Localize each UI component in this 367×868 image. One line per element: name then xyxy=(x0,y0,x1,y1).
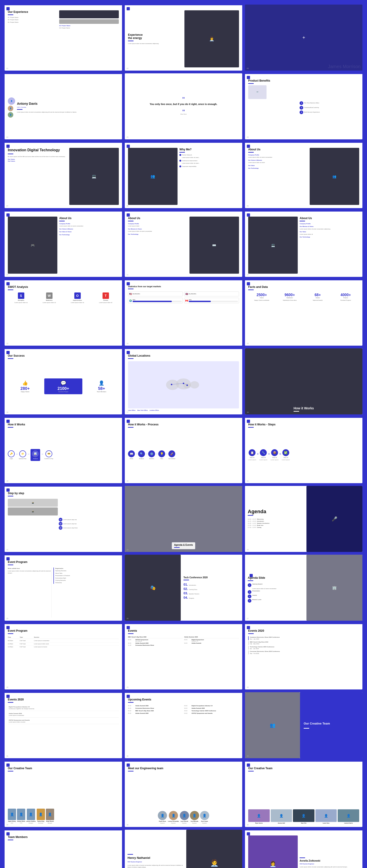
slide23-number: 23 xyxy=(126,549,129,551)
slide32-number: 32 xyxy=(126,755,129,757)
slide38-photo: 🧑‍💼 xyxy=(186,830,242,868)
slide20-title: How it Works - Process xyxy=(128,423,239,426)
slide26-title: Tech Conference 2020 xyxy=(184,576,239,579)
slide29-number: 29 xyxy=(126,686,129,688)
slide1-title: Our Experience xyxy=(8,10,57,13)
slide-36: Our Creative Team 👤 Ryan Garcia 👤 Jessic… xyxy=(245,761,362,827)
slide31-title: Events 2020 xyxy=(8,698,119,701)
slide7-photo: 💻 xyxy=(69,148,119,205)
slide39-role: CEO System Engineer xyxy=(300,863,359,865)
slide28-title: Event Program xyxy=(8,629,119,632)
slide1-photo1 xyxy=(59,10,119,18)
svg-point-3 xyxy=(190,381,199,389)
slide5-author: Mae West xyxy=(150,113,218,115)
slide30-title: Events 2020 xyxy=(248,629,359,632)
slide1-photo2 xyxy=(59,19,119,24)
slide26-photo: 🎭 xyxy=(125,555,181,621)
slide-3: ✦ James Morrison 03 xyxy=(245,5,362,71)
slide14-number: 14 xyxy=(126,343,129,344)
slide20-number: 20 xyxy=(126,480,129,482)
slide-icon-2 xyxy=(126,7,130,10)
slide12-number: 12 xyxy=(247,274,249,276)
slide34-number: 34 xyxy=(6,824,8,826)
slide-19: How it Works 🔑 Login → 📁 Upload Files → … xyxy=(5,417,122,483)
slide33-title: Our Creative Team xyxy=(304,722,359,726)
slide-38: Henry Nathaniel CEO System Engineer Lore… xyxy=(125,830,242,868)
slide-34: Our Creative Team 👤 Agata Volney CEO 👤 A… xyxy=(5,761,122,827)
slide-7: Innovation Digital Technology By lorem i… xyxy=(5,142,122,208)
slide-22: Step by step 📸 📸 01 Lorem ipsum step one… xyxy=(5,486,122,552)
svg-point-6 xyxy=(187,384,188,386)
slide13-title: SWOT Analysis xyxy=(8,285,119,288)
slide-2: Experiencethe energy Lorem ipsum dolor s… xyxy=(125,5,242,71)
slide-31: Events 2020 Digital Occupations Industry… xyxy=(5,692,122,758)
slide17-map xyxy=(128,361,239,408)
slide-30: Events 2020 Campione Electronics Show 20… xyxy=(245,623,362,689)
slide22-title: Step by step xyxy=(8,492,119,495)
slide-11: About Us Company Profile Lorem ipsum dol… xyxy=(125,211,242,277)
slide2-photo: 👩‍💼 xyxy=(185,10,239,67)
slide5-number: 05 xyxy=(126,136,129,138)
slide19-number: 19 xyxy=(6,480,8,482)
slide27-photo: 🏢 xyxy=(306,555,362,621)
slide-35: Meet our Engineering team 👤 Paulo Alves … xyxy=(125,761,242,827)
slide4-number: 04 xyxy=(6,136,8,138)
slide16-number: 16 xyxy=(6,411,8,413)
slide36-number: 36 xyxy=(247,824,249,826)
slide38-name: Henry Nathaniel xyxy=(128,856,184,860)
slide21-title: How it Works - Steps xyxy=(248,423,359,426)
slide24-title: Agenda xyxy=(248,509,304,514)
slide-16: Our Success 👍 280+ Happy Clients 💬 2100+… xyxy=(5,348,122,414)
slide-5: " You only live once, but if you do it r… xyxy=(125,73,242,140)
slide-8: 👥 Why Me? Partner Network Lorem ipsum do… xyxy=(125,142,242,208)
slide-12: 💻 About Us Company Profile Our Mission &… xyxy=(245,211,362,277)
slide2-title: Experiencethe energy xyxy=(128,33,182,40)
slide-13: SWOT Analysis S Strengths Lorem ipsum do… xyxy=(5,280,122,346)
slide4-role: CEO / Founder xyxy=(17,106,119,108)
slide-33: 👥 Our Creative Team 33 xyxy=(245,692,362,758)
slide9-number: 09 xyxy=(247,205,249,207)
slide35-number: 35 xyxy=(126,824,129,826)
slide-17: Global Locations Lima Office New York Of… xyxy=(125,348,242,414)
slide9-title: About Us xyxy=(248,148,308,151)
slide13-number: 13 xyxy=(6,343,8,344)
slide-26: 🎭 Tech Conference 2020 01. Introduction … xyxy=(125,555,242,621)
slide37-title: Team Members xyxy=(8,835,119,839)
slide19-title: How it Works xyxy=(8,423,119,426)
slide-20: How it Works - Process 📖 Read → 🔍 Analyz… xyxy=(125,417,242,483)
slide8-number: 08 xyxy=(126,205,129,207)
slide-14: Statistics from our target markets 🇺🇸 $2… xyxy=(125,280,242,346)
slide27-title: Agenda Slide xyxy=(248,576,304,580)
slide3-number: 03 xyxy=(247,68,249,69)
slide-27: Agenda Slide 1 Opening Speech Lorem ipsu… xyxy=(245,555,362,621)
slide-10: 🎮 About Us Company Profile Lorem ipsum d… xyxy=(5,211,122,277)
slide8-photo: 👥 xyxy=(128,148,177,205)
slide4-name: Antony Davis xyxy=(17,102,119,105)
slide-39: 👩‍💼 Annella Ziolkowski CEO System Engine… xyxy=(245,830,362,868)
slide-23: Agenda & Events 23 xyxy=(125,486,242,552)
slide1-number: 01 xyxy=(6,68,8,69)
slide11-number: 11 xyxy=(126,274,129,276)
slide6-number: 06 xyxy=(247,136,249,138)
slide6-title: Product Benefits xyxy=(248,79,298,82)
slide8-title: Why Me? xyxy=(179,148,239,151)
slide33-number: 33 xyxy=(247,755,249,757)
slide38-role: CEO System Engineer xyxy=(128,861,184,863)
slide-15: Facts and Data 2500+ Clients 9600+ Satis… xyxy=(245,280,362,346)
slide24-number: 24 xyxy=(247,549,249,551)
slide7-title: Innovation Digital Technology xyxy=(8,148,67,152)
slide-37: Team Members 👤 Sophie King Manager 👤 Nao… xyxy=(5,830,122,868)
slide15-title: Facts and Data xyxy=(248,285,359,288)
slide22-number: 22 xyxy=(6,549,8,551)
slide-9: About Us Company Profile Lorem ipsum dol… xyxy=(245,142,362,208)
slide4-avatar2: 👤 xyxy=(8,106,13,111)
slide15-number: 15 xyxy=(247,343,249,344)
slide34-title: Our Creative Team xyxy=(8,767,119,770)
slide39-name: Annella Ziolkowski xyxy=(300,860,359,862)
slide36-title: Our Creative Team xyxy=(248,767,359,770)
slide35-title: Meet our Engineering team xyxy=(128,767,239,770)
slide-6: Product Benefits 🥽 1 The Time Machine Ef… xyxy=(245,73,362,140)
slide9-photo: 👥 xyxy=(310,148,359,205)
slide-1: Our Experience 01. Project Name 02. Proj… xyxy=(5,5,122,71)
slide10-photo: 🎮 xyxy=(8,217,57,274)
